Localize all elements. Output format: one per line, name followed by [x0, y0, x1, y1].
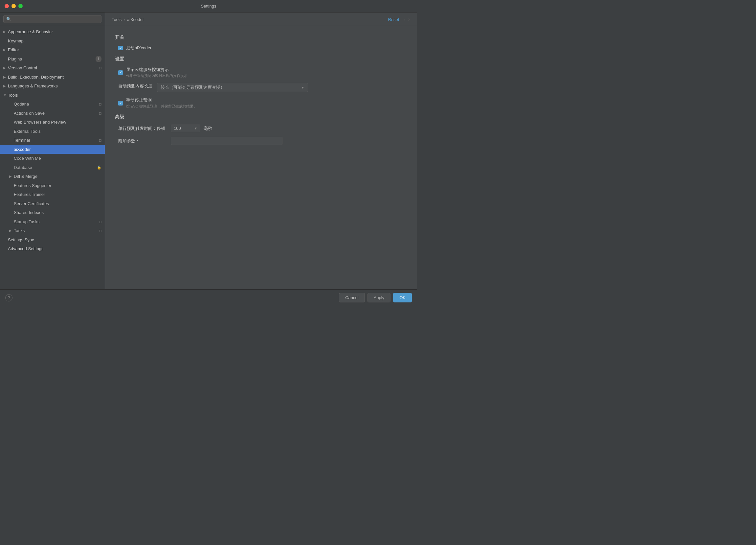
single-line-label: 单行预测触发时间：停顿	[118, 125, 167, 131]
sidebar-item-database[interactable]: Database🔒	[0, 163, 105, 172]
sidebar-item-shared-indexes[interactable]: Shared Indexes	[0, 208, 105, 217]
sidebar-item-label: Qodana	[14, 101, 99, 107]
content-body: 开关 ✓ 启动aiXcoder 设置 ✓ 显示云端服务按钮提示 作用于采纳预测内…	[105, 26, 417, 289]
pin-icon: ◻	[99, 219, 101, 224]
ok-button[interactable]: OK	[393, 293, 412, 303]
content-header: Tools › aiXcoder Reset ‹ ›	[105, 12, 417, 26]
sidebar-item-tasks[interactable]: ▶Tasks◻	[0, 226, 105, 235]
minimize-button[interactable]	[11, 4, 16, 8]
footer-left: ?	[5, 294, 12, 302]
sidebar-item-label: Settings Sync	[8, 237, 101, 243]
help-button[interactable]: ?	[5, 294, 12, 302]
sidebar-item-keymap[interactable]: Keymap	[0, 36, 105, 46]
sidebar-item-build[interactable]: ▶Build, Execution, Deployment	[0, 73, 105, 82]
single-line-trigger-row: 单行预测触发时间：停顿 100 ▼ 毫秒	[115, 125, 407, 132]
sidebar-item-settings-sync[interactable]: Settings Sync	[0, 235, 105, 244]
sidebar-item-features-trainer[interactable]: Features Trainer	[0, 190, 105, 199]
search-input[interactable]	[3, 15, 101, 23]
enable-aixcoder-checkbox[interactable]: ✓	[118, 46, 123, 50]
sidebar-item-editor[interactable]: ▶Editor	[0, 45, 105, 55]
manual-stop-checkbox[interactable]: ✓	[118, 101, 123, 105]
sidebar-item-label: Terminal	[14, 137, 99, 144]
sidebar-item-label: Shared Indexes	[14, 209, 101, 216]
dropdown-arrow-icon: ▼	[301, 86, 304, 89]
tree-arrow-icon: ▶	[3, 83, 8, 88]
pin-icon: ◻	[99, 228, 101, 233]
pin-icon: ◻	[99, 102, 101, 106]
sidebar-item-label: aiXcoder	[14, 146, 101, 153]
sidebar-item-badge: 1	[96, 56, 101, 62]
footer: ? Cancel Apply OK	[0, 289, 417, 306]
single-line-unit: 毫秒	[204, 125, 212, 131]
sidebar-item-terminal[interactable]: Terminal◻	[0, 136, 105, 145]
sidebar-item-label: Web Browsers and Preview	[14, 119, 101, 125]
sidebar-item-label: Advanced Settings	[8, 245, 101, 252]
sidebar-item-appearance[interactable]: ▶Appearance & Behavior	[0, 27, 105, 36]
sidebar-item-label: Features Trainer	[14, 191, 101, 198]
checkmark-icon: ✓	[119, 71, 122, 74]
pin-icon: ◻	[99, 111, 101, 116]
footer-right: Cancel Apply OK	[339, 293, 412, 303]
enable-aixcoder-row: ✓ 启动aiXcoder	[115, 45, 407, 51]
sidebar-item-label: Build, Execution, Deployment	[8, 74, 101, 80]
window-controls	[5, 4, 23, 8]
lock-icon: 🔒	[97, 165, 101, 170]
sidebar-item-diff-merge[interactable]: ▶Diff & Merge	[0, 172, 105, 181]
sidebar-item-server-certificates[interactable]: Server Certificates	[0, 199, 105, 208]
auto-predict-dropdown[interactable]: 较长（可能会导致预测速度变慢） ▼	[157, 83, 308, 92]
show-cloud-row: ✓ 显示云端服务按钮提示 作用于采纳预测内容时出现的操作提示	[115, 67, 407, 78]
section-advanced-title: 高级	[115, 114, 407, 120]
apply-button[interactable]: Apply	[367, 293, 391, 303]
breadcrumb-parent[interactable]: Tools	[112, 17, 122, 22]
sidebar-item-features-suggester[interactable]: Features Suggester	[0, 181, 105, 190]
sidebar-item-web-browsers[interactable]: Web Browsers and Preview	[0, 118, 105, 127]
manual-stop-sub: 按 ESC 键停止预测，并保留已生成的结果。	[126, 104, 197, 109]
extra-params-input[interactable]	[171, 137, 282, 145]
sidebar-tree: ▶Appearance & BehaviorKeymap▶EditorPlugi…	[0, 26, 105, 289]
search-box	[0, 12, 105, 26]
sidebar-item-label: Server Certificates	[14, 200, 101, 207]
manual-stop-label: 手动停止预测	[126, 97, 197, 103]
auto-predict-label: 自动预测内容长度	[118, 83, 152, 89]
pin-icon: ◻	[99, 138, 101, 143]
auto-predict-inner: 自动预测内容长度 较长（可能会导致预测速度变慢） ▼	[118, 80, 407, 92]
cancel-button[interactable]: Cancel	[339, 293, 365, 303]
sidebar-item-label: External Tools	[14, 128, 101, 135]
forward-button[interactable]: ›	[408, 16, 411, 22]
manual-stop-label-group: 手动停止预测 按 ESC 键停止预测，并保留已生成的结果。	[126, 97, 197, 109]
sidebar-item-plugins[interactable]: Plugins1	[0, 55, 105, 64]
back-button[interactable]: ‹	[403, 16, 406, 22]
auto-predict-row: 自动预测内容长度 较长（可能会导致预测速度变慢） ▼	[115, 80, 407, 92]
show-cloud-label-group: 显示云端服务按钮提示 作用于采纳预测内容时出现的操作提示	[126, 67, 188, 78]
single-line-value: 100	[174, 126, 181, 131]
show-cloud-checkbox[interactable]: ✓	[118, 70, 123, 75]
sidebar-item-startup-tasks[interactable]: Startup Tasks◻	[0, 217, 105, 226]
sidebar-item-tools[interactable]: ▼Tools	[0, 91, 105, 100]
single-line-dropdown[interactable]: 100 ▼	[171, 125, 200, 132]
sidebar-item-version-control[interactable]: ▶Version Control◻	[0, 63, 105, 73]
sidebar-item-languages[interactable]: ▶Languages & Frameworks	[0, 81, 105, 91]
sidebar-item-label: Appearance & Behavior	[8, 29, 101, 35]
sidebar-item-code-with-me[interactable]: Code With Me	[0, 154, 105, 163]
tree-arrow-icon: ▶	[9, 174, 14, 179]
pin-icon: ◻	[99, 65, 101, 70]
close-button[interactable]	[5, 4, 9, 8]
show-cloud-label: 显示云端服务按钮提示	[126, 67, 188, 73]
show-cloud-sub: 作用于采纳预测内容时出现的操作提示	[126, 73, 188, 78]
sidebar-item-label: Actions on Save	[14, 110, 99, 117]
reset-button[interactable]: Reset	[388, 17, 399, 22]
sidebar-item-external-tools[interactable]: External Tools	[0, 127, 105, 136]
sidebar-item-label: Code With Me	[14, 155, 101, 162]
sidebar-item-actions-on-save[interactable]: Actions on Save◻	[0, 109, 105, 118]
sidebar-item-qodana[interactable]: Qodana◻	[0, 100, 105, 109]
window-title: Settings	[201, 4, 216, 9]
sidebar-item-label: Version Control	[8, 65, 99, 71]
maximize-button[interactable]	[18, 4, 23, 8]
sidebar-item-label: Tools	[8, 92, 101, 99]
sidebar-item-label: Plugins	[8, 56, 94, 62]
nav-arrows: ‹ ›	[403, 16, 411, 22]
header-actions: Reset ‹ ›	[388, 16, 411, 22]
sidebar-item-advanced-settings[interactable]: Advanced Settings	[0, 244, 105, 253]
checkmark-icon: ✓	[119, 101, 122, 105]
sidebar-item-aixcoder[interactable]: aiXcoder	[0, 145, 105, 154]
